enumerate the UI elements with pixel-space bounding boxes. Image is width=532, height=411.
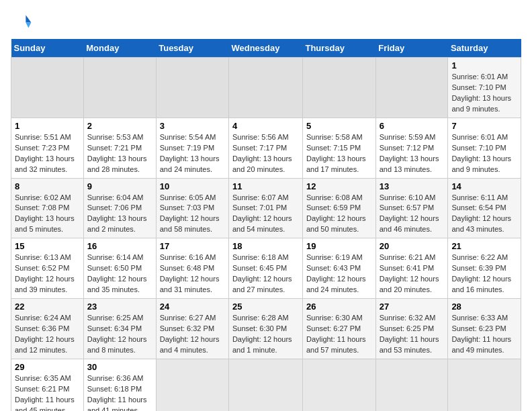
calendar-cell: 17 Sunrise: 6:16 AMSunset: 6:48 PMDaylig…	[156, 238, 228, 299]
calendar-cell	[375, 58, 448, 118]
calendar-week-4: 22 Sunrise: 6:24 AMSunset: 6:36 PMDaylig…	[11, 299, 521, 359]
calendar-cell: 28 Sunrise: 6:33 AMSunset: 6:23 PMDaylig…	[448, 299, 521, 359]
day-number: 17	[160, 241, 225, 251]
day-number: 7	[451, 121, 517, 131]
day-detail: Sunrise: 5:59 AMSunset: 7:12 PMDaylight:…	[380, 133, 439, 173]
day-number: 23	[87, 302, 152, 312]
day-number: 12	[306, 181, 372, 191]
calendar-cell: 21 Sunrise: 6:22 AMSunset: 6:39 PMDaylig…	[448, 238, 521, 299]
day-detail: Sunrise: 6:25 AMSunset: 6:34 PMDaylight:…	[87, 314, 147, 354]
calendar-cell: 5 Sunrise: 5:58 AMSunset: 7:15 PMDayligh…	[302, 118, 375, 178]
day-number: 8	[15, 181, 80, 191]
day-number: 21	[451, 241, 517, 251]
calendar-cell	[375, 359, 448, 411]
calendar-cell: 2 Sunrise: 5:53 AMSunset: 7:21 PMDayligh…	[83, 118, 156, 178]
calendar-table: SundayMondayTuesdayWednesdayThursdayFrid…	[11, 39, 521, 411]
calendar-cell: 26 Sunrise: 6:30 AMSunset: 6:27 PMDaylig…	[302, 299, 375, 359]
day-header-saturday: Saturday	[448, 39, 521, 58]
day-detail: Sunrise: 6:08 AMSunset: 6:59 PMDaylight:…	[306, 193, 366, 234]
day-number: 20	[380, 241, 445, 251]
day-number: 15	[15, 241, 80, 251]
day-number: 18	[232, 241, 299, 251]
day-number: 22	[15, 302, 80, 312]
day-number: 11	[232, 181, 299, 191]
day-number: 29	[15, 362, 80, 372]
calendar-cell: 29 Sunrise: 6:35 AMSunset: 6:21 PMDaylig…	[11, 359, 84, 411]
calendar-cell: 8 Sunrise: 6:02 AMSunset: 7:08 PMDayligh…	[11, 178, 84, 238]
calendar-cell	[156, 58, 228, 118]
calendar-cell: 12 Sunrise: 6:08 AMSunset: 6:59 PMDaylig…	[302, 178, 375, 238]
day-number: 9	[87, 181, 152, 191]
day-number: 24	[160, 302, 225, 312]
day-number: 1	[15, 121, 80, 131]
day-detail: Sunrise: 6:14 AMSunset: 6:50 PMDaylight:…	[87, 253, 147, 293]
day-number: 25	[232, 302, 299, 312]
logo	[11, 11, 35, 32]
calendar-cell: 14 Sunrise: 6:11 AMSunset: 6:54 PMDaylig…	[448, 178, 521, 238]
day-detail: Sunrise: 5:54 AMSunset: 7:19 PMDaylight:…	[160, 133, 220, 173]
calendar-week-1: 1 Sunrise: 5:51 AMSunset: 7:23 PMDayligh…	[11, 118, 521, 178]
calendar-cell: 24 Sunrise: 6:27 AMSunset: 6:32 PMDaylig…	[156, 299, 228, 359]
svg-marker-1	[26, 23, 31, 28]
calendar-cell: 13 Sunrise: 6:10 AMSunset: 6:57 PMDaylig…	[375, 178, 448, 238]
day-detail: Sunrise: 6:04 AMSunset: 7:06 PMDaylight:…	[87, 193, 147, 234]
page-header	[11, 11, 521, 32]
day-detail: Sunrise: 5:53 AMSunset: 7:21 PMDaylight:…	[87, 133, 147, 173]
calendar-week-5: 29 Sunrise: 6:35 AMSunset: 6:21 PMDaylig…	[11, 359, 521, 411]
calendar-cell	[302, 58, 375, 118]
calendar-cell: 18 Sunrise: 6:18 AMSunset: 6:45 PMDaylig…	[228, 238, 302, 299]
day-number: 1	[451, 60, 517, 71]
day-number: 28	[451, 302, 517, 312]
day-number: 19	[306, 241, 372, 251]
calendar-cell	[83, 58, 156, 118]
day-detail: Sunrise: 6:01 AMSunset: 7:10 PMDaylight:…	[451, 73, 511, 113]
day-detail: Sunrise: 6:05 AMSunset: 7:03 PMDaylight:…	[160, 193, 220, 234]
calendar-cell	[228, 359, 302, 411]
day-number: 6	[380, 121, 445, 131]
day-detail: Sunrise: 6:30 AMSunset: 6:27 PMDaylight:…	[306, 314, 366, 354]
calendar-cell: 27 Sunrise: 6:32 AMSunset: 6:25 PMDaylig…	[375, 299, 448, 359]
day-detail: Sunrise: 6:33 AMSunset: 6:23 PMDaylight:…	[451, 314, 511, 354]
day-number: 26	[306, 302, 372, 312]
calendar-week-3: 15 Sunrise: 6:13 AMSunset: 6:52 PMDaylig…	[11, 238, 521, 299]
calendar-cell	[448, 359, 521, 411]
day-detail: Sunrise: 6:19 AMSunset: 6:43 PMDaylight:…	[306, 253, 366, 293]
day-detail: Sunrise: 6:28 AMSunset: 6:30 PMDaylight:…	[232, 314, 292, 354]
day-number: 10	[160, 181, 225, 191]
day-detail: Sunrise: 6:02 AMSunset: 7:08 PMDaylight:…	[15, 193, 75, 234]
day-detail: Sunrise: 6:11 AMSunset: 6:54 PMDaylight:…	[451, 193, 511, 234]
day-detail: Sunrise: 5:58 AMSunset: 7:15 PMDaylight:…	[306, 133, 366, 173]
calendar-cell: 1 Sunrise: 5:51 AMSunset: 7:23 PMDayligh…	[11, 118, 84, 178]
calendar-cell: 4 Sunrise: 5:56 AMSunset: 7:17 PMDayligh…	[228, 118, 302, 178]
calendar-cell: 9 Sunrise: 6:04 AMSunset: 7:06 PMDayligh…	[83, 178, 156, 238]
calendar-cell: 19 Sunrise: 6:19 AMSunset: 6:43 PMDaylig…	[302, 238, 375, 299]
day-number: 16	[87, 241, 152, 251]
day-detail: Sunrise: 6:01 AMSunset: 7:10 PMDaylight:…	[451, 133, 511, 173]
calendar-cell	[156, 359, 228, 411]
day-detail: Sunrise: 6:35 AMSunset: 6:21 PMDaylight:…	[15, 374, 75, 411]
day-detail: Sunrise: 6:13 AMSunset: 6:52 PMDaylight:…	[15, 253, 75, 293]
day-detail: Sunrise: 5:51 AMSunset: 7:23 PMDaylight:…	[15, 133, 75, 173]
day-detail: Sunrise: 6:24 AMSunset: 6:36 PMDaylight:…	[15, 314, 75, 354]
day-detail: Sunrise: 6:36 AMSunset: 6:18 PMDaylight:…	[87, 374, 147, 411]
day-detail: Sunrise: 6:32 AMSunset: 6:25 PMDaylight:…	[380, 314, 439, 354]
day-header-monday: Monday	[83, 39, 156, 58]
calendar-week-0: 1 Sunrise: 6:01 AMSunset: 7:10 PMDayligh…	[11, 58, 521, 118]
calendar-body: 1 Sunrise: 6:01 AMSunset: 7:10 PMDayligh…	[11, 58, 521, 412]
day-header-tuesday: Tuesday	[156, 39, 228, 58]
calendar-cell: 30 Sunrise: 6:36 AMSunset: 6:18 PMDaylig…	[83, 359, 156, 411]
calendar-cell	[228, 58, 302, 118]
day-detail: Sunrise: 6:18 AMSunset: 6:45 PMDaylight:…	[232, 253, 292, 293]
calendar-cell: 10 Sunrise: 6:05 AMSunset: 7:03 PMDaylig…	[156, 178, 228, 238]
calendar-cell	[11, 58, 84, 118]
calendar-cell: 6 Sunrise: 5:59 AMSunset: 7:12 PMDayligh…	[375, 118, 448, 178]
day-number: 13	[380, 181, 445, 191]
svg-marker-0	[26, 15, 31, 22]
calendar-cell: 25 Sunrise: 6:28 AMSunset: 6:30 PMDaylig…	[228, 299, 302, 359]
day-number: 27	[380, 302, 445, 312]
calendar-cell: 1 Sunrise: 6:01 AMSunset: 7:10 PMDayligh…	[448, 58, 521, 118]
logo-icon	[11, 11, 32, 32]
day-header-wednesday: Wednesday	[228, 39, 302, 58]
day-detail: Sunrise: 6:16 AMSunset: 6:48 PMDaylight:…	[160, 253, 220, 293]
calendar-cell: 23 Sunrise: 6:25 AMSunset: 6:34 PMDaylig…	[83, 299, 156, 359]
